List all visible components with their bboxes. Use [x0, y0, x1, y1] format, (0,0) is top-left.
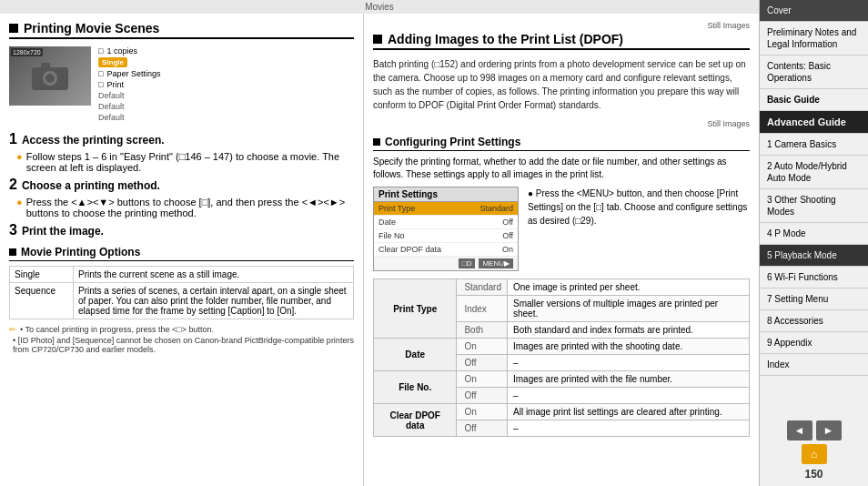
step2-heading: 2 Choose a printing method. [9, 177, 354, 193]
sidebar-item-camera-basics[interactable]: 1 Camera Basics [760, 134, 868, 156]
step3-heading: 3 Print the image. [9, 222, 354, 238]
table-row: Single Prints the current scene as a sti… [10, 267, 354, 283]
print-row: □ Print [98, 80, 160, 89]
ps-label-date: Date [378, 218, 396, 227]
paper-label: Paper Settings [106, 69, 160, 78]
sidebar-item-accessories[interactable]: 8 Accessories [760, 310, 868, 332]
copies-count: 1 copies [106, 46, 137, 56]
fileno-off-desc: – [508, 388, 750, 404]
cleardpof-on-sub: On [457, 404, 508, 420]
sidebar-item-playback[interactable]: 5 Playback Mode [760, 245, 868, 267]
default1: Default [98, 91, 160, 100]
index-sub: Index [457, 296, 508, 322]
movie-controls-panel: □ 1 copies Single □ Paper Settings □ Pri… [98, 46, 160, 122]
sidebar-item-auto-mode[interactable]: 2 Auto Mode/Hybrid Auto Mode [760, 156, 868, 189]
option-sequence-name: Sequence [10, 283, 74, 319]
ps-header: Print Settings [374, 187, 518, 202]
config-intro: Specify the printing format, whether to … [373, 156, 750, 181]
print-settings-area: Print Settings Print Type Standard Date … [373, 187, 750, 271]
step1-bullet: ● Follow steps 1 – 6 in "Easy Print" (□1… [16, 151, 354, 173]
fileno-off-sub: Off [457, 388, 508, 404]
bullet2-icon: ● [16, 197, 23, 218]
notes-section: ✏ • To cancel printing in progress, pres… [9, 325, 354, 354]
detail-table: Print Type Standard One image is printed… [373, 278, 750, 437]
step1-num: 1 [9, 131, 17, 147]
ps-row-cleardpof: Clear DPOF data On [374, 243, 518, 257]
default3: Default [98, 113, 160, 122]
ps-row-printtype: Print Type Standard [374, 202, 518, 216]
single-row: Single [98, 57, 160, 67]
table-row: Date On Images are printed with the shoo… [374, 339, 750, 355]
left-column: Printing Movie Scenes 1280x720 [0, 14, 364, 486]
bullet-icon: ● [16, 151, 23, 173]
left-tab-label: Movies [365, 2, 394, 12]
default2: Default [98, 102, 160, 111]
step1-bullet-text: Follow steps 1 – 6 in "Easy Print" (□146… [26, 151, 354, 173]
sidebar-item-basic-ops[interactable]: Contents: Basic Operations [760, 56, 868, 89]
ps-row-fileno: File No Off [374, 229, 518, 243]
step2-num: 2 [9, 177, 17, 193]
cleardpof-label: Clear DPOF data [374, 404, 457, 437]
settings-note: ● Press the <MENU> button, and then choo… [528, 187, 750, 228]
svg-point-2 [45, 74, 55, 83]
dpof-title: Adding Images to the Print List (DPOF) [373, 32, 750, 50]
date-off-sub: Off [457, 355, 508, 371]
movie-resolution-label: 1280x720 [11, 48, 43, 56]
date-label: Date [374, 339, 457, 371]
sidebar-item-pmode[interactable]: 4 P Mode [760, 223, 868, 245]
page-number: 150 [760, 468, 868, 486]
step3-title: Print the image. [22, 225, 104, 238]
table-row: File No. On Images are printed with the … [374, 371, 750, 388]
table-row: Print Type Standard One image is printed… [374, 279, 750, 296]
sidebar-nav: ◄ ► [760, 413, 868, 444]
option-single-name: Single [10, 267, 74, 283]
options-table: Single Prints the current scene as a sti… [9, 266, 354, 319]
movie-thumbnail: 1280x720 [9, 46, 91, 106]
config-icon [373, 138, 380, 146]
printing-title: Printing Movie Scenes [9, 21, 354, 39]
step1-title: Access the printing screen. [22, 134, 165, 147]
sidebar-item-advanced-guide[interactable]: Advanced Guide [760, 111, 868, 134]
sidebar-item-other-shooting[interactable]: 3 Other Shooting Modes [760, 189, 868, 223]
sidebar-item-cover[interactable]: Cover [760, 0, 868, 22]
ps-val-printtype: Standard [479, 204, 513, 213]
still-images-badge2: Still Images [373, 119, 750, 128]
still-images-badge-top: Still Images [373, 21, 750, 30]
step3-num: 3 [9, 222, 17, 238]
nav-next-button[interactable]: ► [816, 420, 842, 440]
main-content: Movies Printing Movie Scenes [0, 0, 759, 486]
step2-title: Choose a printing method. [22, 179, 160, 192]
print-label: Print [106, 80, 124, 89]
section-icon [9, 24, 18, 33]
ps-val-fileno: Off [502, 231, 513, 240]
home-button[interactable]: ⌂ [802, 444, 827, 464]
note1: ✏ • To cancel printing in progress, pres… [9, 325, 354, 334]
fileno-label: File No. [374, 371, 457, 404]
single-badge[interactable]: Single [98, 57, 127, 67]
cleardpof-on-desc: All image print list settings are cleare… [508, 404, 750, 420]
sidebar-item-basic-guide[interactable]: Basic Guide [760, 89, 868, 111]
section-square-icon [9, 248, 16, 256]
step2-bullet-text: Press the <▲><▼> buttons to choose [□], … [26, 197, 354, 218]
sidebar-item-appendix[interactable]: 9 Appendix [760, 332, 868, 354]
ps-icon2: MENU▶ [479, 258, 513, 268]
ps-label-fileno: File No [378, 231, 405, 240]
sidebar-item-index[interactable]: Index [760, 354, 868, 376]
config-section: Configuring Print Settings Specify the p… [373, 136, 750, 437]
date-on-sub: On [457, 339, 508, 355]
sidebar: Cover Preliminary Notes and Legal Inform… [759, 0, 868, 486]
standard-desc: One image is printed per sheet. [508, 279, 750, 296]
date-off-desc: – [508, 355, 750, 371]
sidebar-item-prelim[interactable]: Preliminary Notes and Legal Information [760, 22, 868, 56]
note2: • [ID Photo] and [Sequence] cannot be ch… [9, 336, 354, 354]
movie-options-title: Movie Printing Options [9, 246, 354, 261]
option-sequence-desc: Prints a series of scenes, a certain int… [74, 283, 354, 319]
nav-prev-button[interactable]: ◄ [787, 420, 812, 440]
ps-footer: □D MENU▶ [374, 257, 518, 270]
fileno-on-desc: Images are printed with the file number. [508, 371, 750, 388]
step2-bullet: ● Press the <▲><▼> buttons to choose [□]… [16, 197, 354, 218]
sidebar-item-wifi[interactable]: 6 Wi-Fi Functions [760, 267, 868, 289]
date-on-desc: Images are printed with the shooting dat… [508, 339, 750, 355]
sidebar-item-setting-menu[interactable]: 7 Setting Menu [760, 289, 868, 310]
ps-val-cleardpof: On [502, 245, 513, 254]
